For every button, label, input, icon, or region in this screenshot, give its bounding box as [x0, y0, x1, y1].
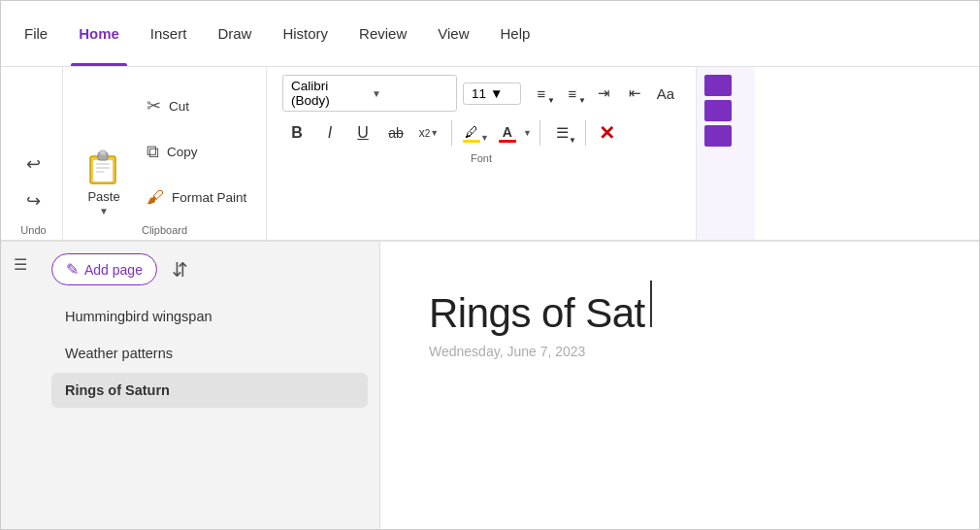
numbered-list-button[interactable]: ≡ ▼	[558, 80, 587, 107]
undo-button[interactable]: ↩	[18, 149, 49, 180]
font-size-value: 11	[472, 86, 486, 101]
highlight-icon: 🖊	[465, 124, 478, 140]
undo-group: ↩ ↪	[18, 149, 49, 216]
divider-1	[451, 120, 452, 146]
svg-rect-3	[100, 150, 106, 155]
format-paint-icon: 🖌	[147, 187, 164, 208]
menu-help[interactable]: Help	[485, 1, 546, 66]
sort-button[interactable]: ⇵	[165, 254, 196, 285]
page-date: Wednesday, June 7, 2023	[429, 344, 931, 359]
font-family-select[interactable]: Calibri (Body) ▼	[282, 75, 457, 112]
page-title: Rings of Sat	[429, 291, 645, 336]
add-page-icon: ✎	[66, 260, 79, 279]
format-paint-button[interactable]: 🖌 Format Paint	[141, 184, 252, 211]
strikethrough-button[interactable]: ab	[381, 119, 410, 147]
extra-btn-1[interactable]	[704, 75, 732, 96]
redo-button[interactable]: ↪	[18, 185, 49, 216]
font-family-value: Calibri (Body)	[291, 79, 368, 108]
menu-draw[interactable]: Draw	[202, 1, 267, 66]
menu-file[interactable]: File	[9, 1, 63, 66]
menu-home[interactable]: Home	[63, 1, 135, 66]
list-buttons: ≡ ▼ ≡ ▼ ⇥ ⇤ Aa	[527, 80, 680, 107]
paste-label: Paste	[87, 189, 119, 204]
font-family-arrow: ▼	[372, 88, 448, 99]
svg-rect-1	[93, 160, 113, 182]
format-paint-label: Format Paint	[172, 190, 246, 205]
add-page-label: Add page	[84, 262, 143, 278]
cut-label: Cut	[169, 99, 189, 114]
clear-format-button[interactable]: ✕	[594, 119, 621, 147]
paste-arrow-icon: ▼	[99, 206, 109, 216]
align-arrow: ▼	[569, 136, 576, 145]
bold-button[interactable]: B	[282, 119, 311, 147]
font-size-select[interactable]: 11 ▼	[463, 83, 521, 105]
page-item-rings[interactable]: Rings of Saturn	[51, 373, 368, 408]
italic-button[interactable]: I	[315, 119, 344, 147]
font-color-label: A	[503, 124, 512, 140]
font-size-arrow: ▼	[490, 86, 503, 101]
page-item-hummingbird[interactable]: Hummingbird wingspan	[51, 299, 368, 334]
add-page-button[interactable]: ✎ Add page	[51, 253, 157, 285]
font-color-button[interactable]: A	[496, 122, 519, 145]
main-content: Rings of Sat Wednesday, June 7, 2023	[379, 242, 979, 530]
font-color-arrow: ▼	[523, 128, 532, 138]
sidebar-toggle-button[interactable]: ☰	[1, 242, 40, 530]
font-top-row: Calibri (Body) ▼ 11 ▼ ≡ ▼ ≡ ▼ ⇥ ⇤ Aa	[282, 75, 680, 112]
highlight-button[interactable]: 🖊 ▼	[460, 122, 492, 145]
highlight-arrow: ▼	[480, 133, 489, 143]
indent-decrease-button[interactable]: ⇤	[620, 80, 649, 107]
menu-bar: File Home Insert Draw History Review Vie…	[1, 1, 979, 67]
content-area: ☰ ✎ Add page ⇵ Hummingbird wingspan Weat…	[1, 242, 979, 530]
copy-icon: ⧉	[147, 142, 159, 162]
highlight-bar	[463, 140, 480, 143]
undo-section: ↩ ↪ Undo	[5, 67, 63, 240]
clipboard-inner: Paste ▼ ✂ Cut ⧉ Copy 🖌 Format Paint	[75, 75, 254, 220]
page-list: ✎ Add page ⇵ Hummingbird wingspan Weathe…	[40, 242, 379, 530]
indent-increase-button[interactable]: ⇥	[589, 80, 618, 107]
menu-view[interactable]: View	[422, 1, 484, 66]
copy-label: Copy	[167, 145, 198, 159]
page-title-area: Rings of Sat	[429, 281, 931, 336]
page-list-header: ✎ Add page ⇵	[51, 253, 368, 285]
clipboard-label: Clipboard	[75, 224, 254, 236]
copy-button[interactable]: ⧉ Copy	[141, 139, 252, 165]
undo-label: Undo	[20, 224, 46, 236]
paste-button[interactable]: Paste ▼	[75, 75, 133, 220]
divider-2	[539, 120, 540, 146]
menu-review[interactable]: Review	[343, 1, 422, 66]
align-button[interactable]: ☰ ▼	[548, 119, 577, 147]
divider-3	[585, 120, 586, 146]
font-label: Font	[282, 152, 680, 164]
menu-insert[interactable]: Insert	[135, 1, 203, 66]
ribbon: ↩ ↪ Undo	[1, 67, 979, 242]
clipboard-section: Paste ▼ ✂ Cut ⧉ Copy 🖌 Format Paint Clip	[63, 67, 267, 240]
bullet-list-button[interactable]: ≡ ▼	[527, 80, 556, 107]
extra-btn-2[interactable]	[704, 100, 732, 121]
font-section: Calibri (Body) ▼ 11 ▼ ≡ ▼ ≡ ▼ ⇥ ⇤ Aa	[267, 67, 697, 240]
extra-section	[697, 67, 755, 240]
numbered-list-arrow: ▼	[578, 96, 586, 105]
subscript-button[interactable]: x2 ▼	[414, 119, 443, 147]
highlight-inner: 🖊	[463, 124, 480, 143]
cut-button[interactable]: ✂ Cut	[141, 92, 252, 119]
text-cursor	[650, 281, 652, 327]
bullet-list-arrow: ▼	[547, 96, 555, 105]
underline-button[interactable]: U	[348, 119, 377, 147]
format-button[interactable]: Aa	[651, 80, 680, 107]
clipboard-right: ✂ Cut ⧉ Copy 🖌 Format Paint	[141, 75, 252, 220]
font-bottom-row: B I U ab x2 ▼ 🖊 ▼ A ▼	[282, 119, 680, 147]
cut-icon: ✂	[147, 95, 161, 116]
paste-icon	[82, 145, 125, 187]
font-color-bar	[499, 140, 516, 143]
page-item-weather[interactable]: Weather patterns	[51, 336, 368, 371]
extra-btn-3[interactable]	[704, 125, 732, 147]
menu-history[interactable]: History	[267, 1, 343, 66]
